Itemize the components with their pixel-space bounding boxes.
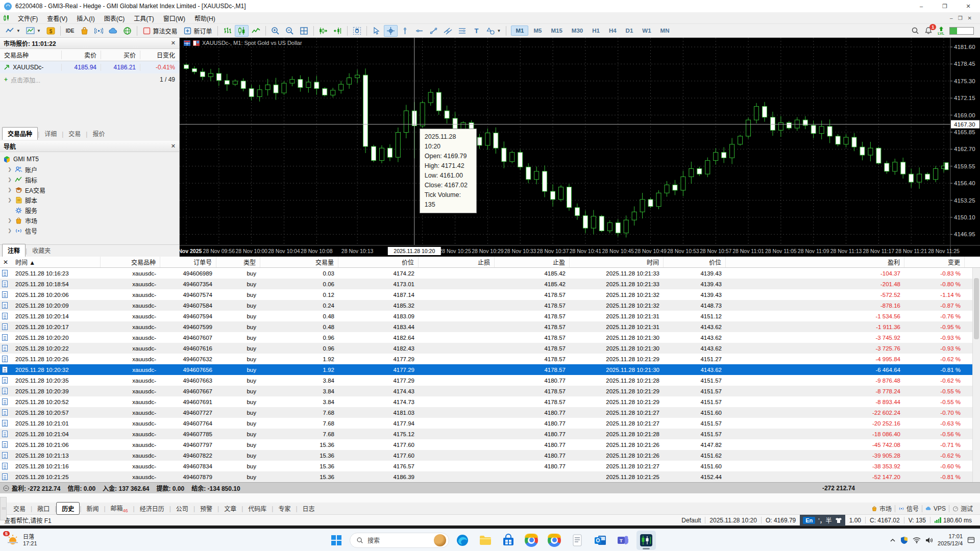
dollar-button[interactable]: $	[44, 25, 58, 37]
toolbox-close-icon[interactable]: ✕	[0, 259, 11, 266]
history-row[interactable]: 2025.11.28 10:21:04xauusdc-494607785buy7…	[0, 429, 980, 439]
history-row[interactable]: 2025.11.28 10:21:25xauusdc-494607879buy1…	[0, 471, 980, 482]
market-watch-tab-2[interactable]: 交易	[63, 128, 86, 140]
volume-icon[interactable]	[925, 537, 933, 544]
price-chart[interactable]: 4181.604178.454175.304172.154169.004165.…	[180, 38, 980, 257]
timeframe-m1[interactable]: M1	[511, 26, 528, 36]
timeframe-d1[interactable]: D1	[622, 26, 638, 35]
taskbar-app-store[interactable]	[499, 531, 518, 550]
history-row[interactable]: 2025.11.28 10:18:54xauusdc-494607354buy0…	[0, 279, 980, 289]
shapes-button[interactable]: ▼	[484, 25, 504, 37]
history-row[interactable]: 2025.11.28 10:21:16xauusdc-494607834buy1…	[0, 461, 980, 471]
timeframe-w1[interactable]: W1	[638, 26, 655, 35]
signals-button[interactable]	[92, 25, 106, 37]
history-row[interactable]: 2025.11.28 10:20:06xauusdc-494607574buy0…	[0, 289, 980, 300]
template-button[interactable]: ▼	[23, 25, 43, 37]
history-row[interactable]: 2025.11.28 10:21:13xauusdc-494607822buy1…	[0, 450, 980, 461]
history-column-1[interactable]: 交易品种	[101, 257, 160, 267]
taskbar-app-teams[interactable]: T	[614, 531, 633, 550]
line-chart-button[interactable]	[249, 25, 263, 37]
timeframe-h4[interactable]: H4	[605, 26, 621, 35]
taskbar-search-box[interactable]: 搜索	[350, 533, 449, 548]
history-column-6[interactable]: 止损	[419, 257, 495, 267]
expand-chevron-icon[interactable]: ❯	[7, 218, 12, 223]
history-row[interactable]: 2025.11.28 10:20:17xauusdc-494607599buy0…	[0, 321, 980, 332]
column-bid[interactable]: 卖价	[61, 51, 101, 59]
notification-center-icon[interactable]	[967, 536, 975, 544]
taskbar-app-notepad[interactable]	[568, 531, 587, 550]
level-icon[interactable]: LVL	[938, 27, 944, 35]
expand-chevron-icon[interactable]: ❯	[7, 167, 12, 172]
taskbar-app-mt5[interactable]	[636, 531, 656, 550]
taskbar-app-outlook[interactable]: O	[591, 531, 610, 550]
ime-toolbar[interactable]: En '，半	[800, 515, 845, 526]
market-watch-tab-3[interactable]: 报价	[87, 128, 110, 140]
history-column-2[interactable]: 订单号	[160, 257, 216, 267]
minimize-button[interactable]: –	[910, 0, 933, 12]
history-column-4[interactable]: 交易量	[260, 257, 338, 267]
toolbox-tab-5[interactable]: 经济日历	[135, 503, 169, 514]
navigator-item-market[interactable]: ❯市场	[3, 215, 179, 226]
expand-chevron-icon[interactable]: ❯	[7, 187, 12, 192]
panel-link-测试[interactable]: 测试	[952, 504, 973, 513]
weather-widget[interactable]: 5 日落 17:21	[0, 529, 43, 551]
market-watch-tab-1[interactable]: 详细	[39, 128, 62, 140]
toolbox-tab-4[interactable]: 邮箱46	[106, 502, 133, 515]
defender-shield-icon[interactable]	[900, 536, 908, 544]
docked-panel-handle[interactable]: ⁞⁞	[0, 497, 7, 520]
algo-button[interactable]: 算法交易	[140, 25, 180, 37]
search-icon[interactable]	[911, 27, 919, 35]
history-column-8[interactable]: 时间	[570, 257, 664, 267]
channel-button[interactable]	[441, 25, 455, 37]
market-bag-button[interactable]	[78, 25, 91, 37]
toolbox-tab-0[interactable]: 交易	[8, 503, 31, 514]
toolbox-tab-3[interactable]: 新闻	[81, 503, 104, 514]
menu-v[interactable]: 查看(V)	[42, 13, 72, 23]
chart-close-button[interactable]: ✕	[968, 15, 972, 21]
crosshair-button[interactable]	[384, 25, 398, 37]
chart-area[interactable]: XAUUSDc-, M1: Spot Gold vs US Dollar 418…	[180, 38, 980, 257]
tray-expand-icon[interactable]	[890, 537, 896, 543]
history-row[interactable]: 2025.11.28 10:20:32xauusdc-494607656buy1…	[0, 364, 980, 375]
timeframe-m30[interactable]: M30	[568, 26, 587, 35]
toolbox-tab-9[interactable]: 代码库	[243, 503, 272, 514]
wifi-icon[interactable]	[913, 537, 921, 543]
menu-c[interactable]: 图表(C)	[100, 13, 130, 23]
history-row[interactable]: 2025.11.28 10:20:09xauusdc-494607584buy0…	[0, 300, 980, 311]
zoom-in-button[interactable]	[268, 25, 282, 37]
history-column-7[interactable]: 止盈	[495, 257, 570, 267]
history-column-11[interactable]: 变更	[904, 257, 965, 267]
timeframe-h1[interactable]: H1	[588, 26, 604, 35]
toolbox-tab-1[interactable]: 敞口	[32, 503, 55, 514]
menu-w[interactable]: 窗口(W)	[159, 13, 190, 23]
vertical-line-button[interactable]	[398, 25, 412, 37]
menu-i[interactable]: 插入(I)	[72, 13, 99, 23]
close-button[interactable]: ✕	[957, 0, 980, 12]
history-column-10[interactable]: 盈利	[726, 257, 904, 267]
history-row[interactable]: 2025.11.28 10:20:26xauusdc-494607632buy1…	[0, 354, 980, 364]
history-column-9[interactable]: 价位	[664, 257, 726, 267]
toolbox-tab-11[interactable]: 日志	[298, 503, 320, 514]
chevron-down-icon[interactable]: ▼	[16, 29, 20, 33]
new-order-button[interactable]: 新订单	[181, 25, 215, 37]
expand-chevron-icon[interactable]: ❯	[7, 197, 12, 203]
history-row[interactable]: 2025.11.28 10:20:52xauusdc-494607691buy3…	[0, 396, 980, 407]
panel-link-市场[interactable]: 市场	[871, 504, 892, 513]
column-daily-change[interactable]: 日变化	[140, 51, 179, 59]
taskbar-app-chrome[interactable]	[522, 531, 541, 550]
collapse-icon[interactable]	[3, 485, 9, 491]
toolbox-tab-7[interactable]: 预警	[195, 503, 217, 514]
market-watch-close-icon[interactable]: ✕	[171, 40, 176, 46]
toolbox-tab-8[interactable]: 文章	[219, 503, 241, 514]
history-row[interactable]: 2025.11.28 10:20:57xauusdc-494607727buy7…	[0, 407, 980, 418]
history-row[interactable]: 2025.11.28 10:21:06xauusdc-494607797buy1…	[0, 439, 980, 450]
cursor-button[interactable]	[370, 25, 383, 37]
navigator-tab-0[interactable]: 注释	[2, 244, 26, 257]
navigator-item-experts[interactable]: ❯EA交易	[3, 185, 179, 195]
taskbar-clock[interactable]: 17:01 2025/12/4	[938, 533, 963, 546]
expand-chevron-icon[interactable]: ❯	[7, 177, 12, 182]
panel-link-vps[interactable]: VPS	[925, 505, 946, 512]
shift-left-button[interactable]	[331, 25, 345, 37]
ime-language-badge[interactable]: En	[803, 517, 815, 524]
taskbar-app-explorer[interactable]	[476, 531, 495, 550]
